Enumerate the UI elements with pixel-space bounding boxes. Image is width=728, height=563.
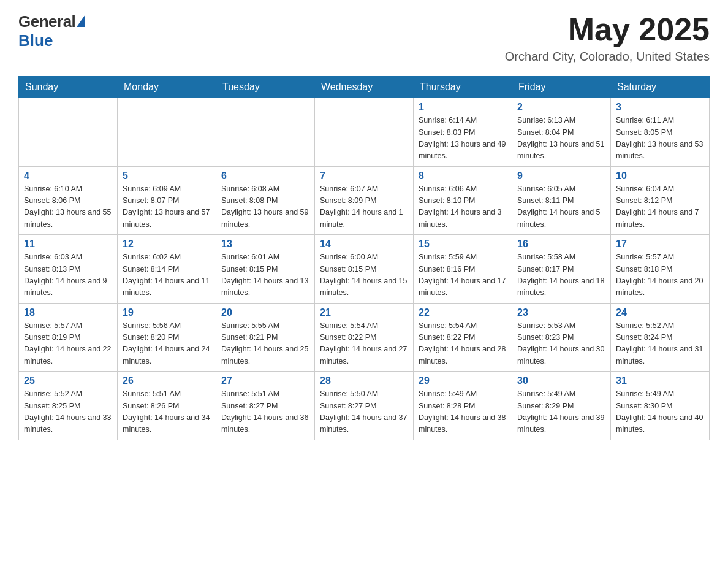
day-info: Sunrise: 5:58 AMSunset: 8:17 PMDaylight:… <box>517 251 605 299</box>
calendar-day-cell: 3Sunrise: 6:11 AMSunset: 8:05 PMDaylight… <box>611 98 710 167</box>
day-number: 20 <box>221 307 309 318</box>
day-number: 9 <box>517 170 605 182</box>
calendar-day-cell: 6Sunrise: 6:08 AMSunset: 8:08 PMDaylight… <box>216 166 315 235</box>
calendar-day-cell: 10Sunrise: 6:04 AMSunset: 8:12 PMDayligh… <box>611 166 710 235</box>
day-info: Sunrise: 5:57 AMSunset: 8:18 PMDaylight:… <box>616 251 704 299</box>
calendar-day-cell <box>315 98 414 167</box>
day-info: Sunrise: 6:14 AMSunset: 8:03 PMDaylight:… <box>419 115 507 163</box>
day-number: 26 <box>123 375 211 386</box>
location-subtitle: Orchard City, Colorado, United States <box>505 50 710 64</box>
day-info: Sunrise: 5:49 AMSunset: 8:28 PMDaylight:… <box>419 388 507 436</box>
day-info: Sunrise: 5:52 AMSunset: 8:24 PMDaylight:… <box>616 320 704 368</box>
day-number: 31 <box>616 375 704 386</box>
calendar-week-row: 11Sunrise: 6:03 AMSunset: 8:13 PMDayligh… <box>19 235 710 304</box>
calendar-day-cell: 29Sunrise: 5:49 AMSunset: 8:28 PMDayligh… <box>414 372 512 440</box>
day-of-week-header: Wednesday <box>315 77 414 98</box>
day-number: 29 <box>419 375 507 386</box>
calendar-day-cell: 11Sunrise: 6:03 AMSunset: 8:13 PMDayligh… <box>19 235 118 304</box>
day-info: Sunrise: 5:55 AMSunset: 8:21 PMDaylight:… <box>221 320 309 368</box>
month-year-title: May 2025 <box>505 12 710 47</box>
calendar-week-row: 25Sunrise: 5:52 AMSunset: 8:25 PMDayligh… <box>19 372 710 440</box>
day-number: 23 <box>517 307 605 318</box>
day-info: Sunrise: 5:51 AMSunset: 8:26 PMDaylight:… <box>123 388 211 436</box>
day-number: 25 <box>24 375 112 386</box>
title-section: May 2025 Orchard City, Colorado, United … <box>505 12 710 64</box>
day-info: Sunrise: 6:03 AMSunset: 8:13 PMDaylight:… <box>24 251 112 299</box>
day-number: 16 <box>517 239 605 250</box>
calendar-day-cell: 7Sunrise: 6:07 AMSunset: 8:09 PMDaylight… <box>315 166 414 235</box>
day-number: 17 <box>616 239 704 250</box>
calendar-header-row: SundayMondayTuesdayWednesdayThursdayFrid… <box>19 77 710 98</box>
calendar-day-cell: 9Sunrise: 6:05 AMSunset: 8:11 PMDaylight… <box>512 166 611 235</box>
day-info: Sunrise: 5:54 AMSunset: 8:22 PMDaylight:… <box>419 320 507 368</box>
day-number: 30 <box>517 375 605 386</box>
day-number: 8 <box>419 170 507 182</box>
logo-blue-text: Blue <box>18 31 53 50</box>
calendar-table: SundayMondayTuesdayWednesdayThursdayFrid… <box>18 76 710 440</box>
day-info: Sunrise: 6:01 AMSunset: 8:15 PMDaylight:… <box>221 251 309 299</box>
day-info: Sunrise: 5:49 AMSunset: 8:29 PMDaylight:… <box>517 388 605 436</box>
day-info: Sunrise: 5:54 AMSunset: 8:22 PMDaylight:… <box>320 320 408 368</box>
day-number: 21 <box>320 307 408 318</box>
calendar-day-cell: 21Sunrise: 5:54 AMSunset: 8:22 PMDayligh… <box>315 303 414 372</box>
calendar-day-cell: 28Sunrise: 5:50 AMSunset: 8:27 PMDayligh… <box>315 372 414 440</box>
day-info: Sunrise: 6:10 AMSunset: 8:06 PMDaylight:… <box>24 183 112 231</box>
day-number: 24 <box>616 307 704 318</box>
calendar-day-cell: 19Sunrise: 5:56 AMSunset: 8:20 PMDayligh… <box>118 303 216 372</box>
calendar-day-cell: 16Sunrise: 5:58 AMSunset: 8:17 PMDayligh… <box>512 235 611 304</box>
day-info: Sunrise: 6:13 AMSunset: 8:04 PMDaylight:… <box>517 115 605 163</box>
calendar-day-cell: 26Sunrise: 5:51 AMSunset: 8:26 PMDayligh… <box>118 372 216 440</box>
day-info: Sunrise: 5:50 AMSunset: 8:27 PMDaylight:… <box>320 388 408 436</box>
calendar-day-cell: 8Sunrise: 6:06 AMSunset: 8:10 PMDaylight… <box>414 166 512 235</box>
day-number: 14 <box>320 239 408 250</box>
day-number: 18 <box>24 307 112 318</box>
calendar-day-cell <box>216 98 315 167</box>
calendar-day-cell: 24Sunrise: 5:52 AMSunset: 8:24 PMDayligh… <box>611 303 710 372</box>
calendar-day-cell: 2Sunrise: 6:13 AMSunset: 8:04 PMDaylight… <box>512 98 611 167</box>
day-number: 27 <box>221 375 309 386</box>
calendar-day-cell: 17Sunrise: 5:57 AMSunset: 8:18 PMDayligh… <box>611 235 710 304</box>
calendar-day-cell <box>118 98 216 167</box>
day-info: Sunrise: 6:09 AMSunset: 8:07 PMDaylight:… <box>123 183 211 231</box>
day-number: 19 <box>123 307 211 318</box>
day-info: Sunrise: 6:11 AMSunset: 8:05 PMDaylight:… <box>616 115 704 163</box>
day-info: Sunrise: 6:04 AMSunset: 8:12 PMDaylight:… <box>616 183 704 231</box>
calendar-week-row: 18Sunrise: 5:57 AMSunset: 8:19 PMDayligh… <box>19 303 710 372</box>
day-of-week-header: Monday <box>118 77 216 98</box>
calendar-week-row: 4Sunrise: 6:10 AMSunset: 8:06 PMDaylight… <box>19 166 710 235</box>
calendar-day-cell: 12Sunrise: 6:02 AMSunset: 8:14 PMDayligh… <box>118 235 216 304</box>
day-number: 3 <box>616 102 704 113</box>
day-number: 1 <box>419 102 507 113</box>
day-of-week-header: Thursday <box>414 77 512 98</box>
day-info: Sunrise: 6:05 AMSunset: 8:11 PMDaylight:… <box>517 183 605 231</box>
day-info: Sunrise: 5:52 AMSunset: 8:25 PMDaylight:… <box>24 388 112 436</box>
day-number: 10 <box>616 170 704 182</box>
calendar-day-cell <box>19 98 118 167</box>
calendar-day-cell: 4Sunrise: 6:10 AMSunset: 8:06 PMDaylight… <box>19 166 118 235</box>
day-info: Sunrise: 6:00 AMSunset: 8:15 PMDaylight:… <box>320 251 408 299</box>
day-number: 5 <box>123 170 211 182</box>
day-number: 28 <box>320 375 408 386</box>
calendar-week-row: 1Sunrise: 6:14 AMSunset: 8:03 PMDaylight… <box>19 98 710 167</box>
day-number: 15 <box>419 239 507 250</box>
logo-general-text: General <box>18 12 75 31</box>
day-info: Sunrise: 5:57 AMSunset: 8:19 PMDaylight:… <box>24 320 112 368</box>
day-info: Sunrise: 6:07 AMSunset: 8:09 PMDaylight:… <box>320 183 408 231</box>
page-header: General Blue May 2025 Orchard City, Colo… <box>18 12 710 64</box>
calendar-day-cell: 27Sunrise: 5:51 AMSunset: 8:27 PMDayligh… <box>216 372 315 440</box>
day-of-week-header: Tuesday <box>216 77 315 98</box>
calendar-day-cell: 22Sunrise: 5:54 AMSunset: 8:22 PMDayligh… <box>414 303 512 372</box>
calendar-day-cell: 5Sunrise: 6:09 AMSunset: 8:07 PMDaylight… <box>118 166 216 235</box>
day-of-week-header: Sunday <box>19 77 118 98</box>
day-of-week-header: Saturday <box>611 77 710 98</box>
day-number: 2 <box>517 102 605 113</box>
day-number: 4 <box>24 170 112 182</box>
day-info: Sunrise: 5:51 AMSunset: 8:27 PMDaylight:… <box>221 388 309 436</box>
day-info: Sunrise: 5:53 AMSunset: 8:23 PMDaylight:… <box>517 320 605 368</box>
day-number: 12 <box>123 239 211 250</box>
day-info: Sunrise: 5:56 AMSunset: 8:20 PMDaylight:… <box>123 320 211 368</box>
day-number: 11 <box>24 239 112 250</box>
day-number: 6 <box>221 170 309 182</box>
calendar-day-cell: 14Sunrise: 6:00 AMSunset: 8:15 PMDayligh… <box>315 235 414 304</box>
day-info: Sunrise: 6:02 AMSunset: 8:14 PMDaylight:… <box>123 251 211 299</box>
